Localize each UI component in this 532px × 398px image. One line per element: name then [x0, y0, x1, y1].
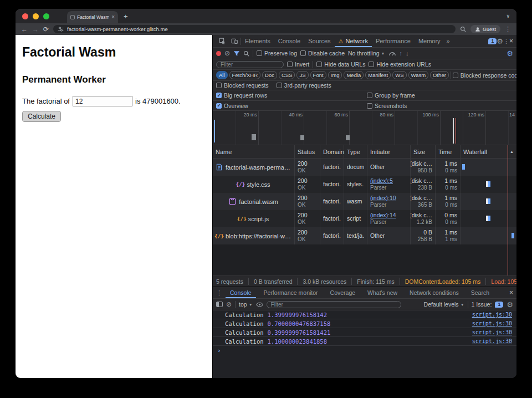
table-row[interactable]: {/}script.js 200OK factori… script (inde…: [213, 210, 516, 227]
drawer-tab-performance-monitor[interactable]: Performance monitor: [259, 287, 323, 298]
back-icon[interactable]: ←: [21, 26, 28, 33]
drawer-tab-network-conditions[interactable]: Network conditions: [405, 287, 463, 298]
search-icon[interactable]: [243, 50, 249, 57]
throttling-select[interactable]: No throttling ▼: [348, 50, 385, 57]
preserve-log-checkbox[interactable]: Preserve log: [257, 50, 297, 57]
tab-memory[interactable]: Memory: [415, 35, 444, 47]
record-icon[interactable]: [216, 51, 221, 56]
drawer-tab-whats-new[interactable]: What's new: [363, 287, 402, 298]
hide-data-urls-checkbox[interactable]: Hide data URLs: [316, 61, 365, 68]
tab-elements[interactable]: Elements: [241, 35, 274, 47]
more-tabs-icon[interactable]: »: [444, 38, 452, 44]
group-by-frame-checkbox[interactable]: Group by frame: [367, 92, 415, 99]
clear-icon[interactable]: ⊘: [224, 50, 230, 57]
source-link[interactable]: script.js:30: [472, 329, 512, 335]
request-initiator-link[interactable]: (index):5: [370, 177, 407, 185]
log-levels-select[interactable]: Default levels ▼: [424, 301, 464, 308]
invert-checkbox[interactable]: Invert: [287, 61, 309, 68]
network-filter-input[interactable]: [216, 61, 284, 68]
type-filter-css[interactable]: CSS: [279, 71, 295, 79]
close-window-button[interactable]: [22, 13, 28, 19]
inspect-element-icon[interactable]: [216, 38, 228, 44]
issues-bubble-icon[interactable]: 1: [495, 302, 503, 308]
hide-extension-urls-checkbox[interactable]: Hide extension URLs: [369, 61, 431, 68]
import-har-icon[interactable]: ↓: [406, 50, 409, 57]
profile-badge[interactable]: Guest: [470, 25, 500, 33]
factorial-input[interactable]: [73, 96, 132, 106]
source-link[interactable]: script.js:30: [472, 320, 512, 326]
tab-close-icon[interactable]: ×: [111, 14, 115, 20]
address-bar[interactable]: factorial-wasm-permanent-worker.glitch.m…: [53, 25, 456, 33]
type-filter-img[interactable]: Img: [328, 71, 342, 79]
col-size[interactable]: Size: [411, 145, 436, 158]
col-name[interactable]: Name: [213, 145, 295, 158]
tab-search-chevron-icon[interactable]: ∨: [506, 13, 510, 19]
console-prompt[interactable]: ›: [213, 346, 516, 355]
screenshots-checkbox[interactable]: Screenshots: [367, 103, 407, 109]
drawer-tab-search[interactable]: Search: [467, 287, 494, 298]
context-select[interactable]: top ▼: [239, 301, 253, 308]
type-filter-doc[interactable]: Doc: [262, 71, 277, 79]
issues-bubble-icon[interactable]: 1: [488, 38, 497, 44]
source-link[interactable]: script.js:30: [472, 338, 512, 344]
blocked-requests-checkbox[interactable]: Blocked requests: [216, 82, 269, 89]
drawer-tab-console[interactable]: Console: [226, 287, 256, 298]
tab-performance[interactable]: Performance: [372, 35, 415, 47]
big-request-rows-checkbox[interactable]: ✓ Big request rows: [216, 92, 367, 99]
browser-menu-icon[interactable]: ⋮: [505, 25, 511, 33]
drawer-close-icon[interactable]: ×: [509, 289, 513, 297]
type-filter-font[interactable]: Font: [310, 71, 326, 79]
clear-console-icon[interactable]: ⊘: [226, 301, 232, 308]
new-tab-button[interactable]: +: [124, 12, 128, 21]
col-domain[interactable]: Domain: [320, 145, 344, 158]
console-message[interactable]: Calculation 1.399999976158142 script.js:…: [213, 310, 516, 319]
tab-console[interactable]: Console: [274, 35, 304, 47]
network-settings-gear-icon[interactable]: ⚙: [507, 50, 513, 57]
drawer-menu-icon[interactable]: ⋮: [216, 289, 222, 297]
third-party-requests-checkbox[interactable]: 3rd-party requests: [277, 82, 331, 89]
console-message[interactable]: Calculation 0.3999999761581421 script.js…: [213, 328, 516, 337]
devtools-menu-icon[interactable]: ⋮: [503, 38, 509, 45]
settings-gear-icon[interactable]: ⚙: [497, 38, 503, 45]
disable-cache-checkbox[interactable]: Disable cache: [300, 50, 345, 57]
type-filter-js[interactable]: JS: [296, 71, 308, 79]
table-row[interactable]: {/}style.css 200OK factori… styles… (ind…: [213, 176, 516, 193]
tune-icon[interactable]: [58, 26, 64, 32]
console-sidebar-icon[interactable]: [216, 302, 223, 307]
table-row[interactable]: factorial.wasm 200OK factori… wasm (inde…: [213, 193, 516, 210]
browser-tab[interactable]: Factorial Wasm (permanent ×: [67, 11, 118, 23]
table-row[interactable]: factorial-wasm-permane… 200OK factori… d…: [213, 159, 516, 176]
filter-funnel-icon[interactable]: [233, 50, 240, 57]
zoom-window-button[interactable]: [43, 13, 49, 19]
type-filter-media[interactable]: Media: [344, 71, 364, 79]
request-initiator-link[interactable]: (index):14: [370, 212, 407, 219]
network-conditions-icon[interactable]: [388, 50, 396, 56]
type-filter-fetchxhr[interactable]: Fetch/XHR: [229, 71, 260, 79]
console-message[interactable]: Calculation 1.100000023841858 script.js:…: [213, 337, 516, 346]
search-tabs-icon[interactable]: [460, 26, 466, 32]
source-link[interactable]: script.js:30: [472, 312, 512, 318]
eye-icon[interactable]: [256, 302, 263, 308]
calculate-button[interactable]: Calculate: [22, 111, 61, 122]
drawer-tab-coverage[interactable]: Coverage: [326, 287, 360, 298]
export-har-icon[interactable]: ↑: [400, 50, 403, 57]
devtools-close-icon[interactable]: ×: [509, 37, 513, 45]
tab-sources[interactable]: Sources: [304, 35, 334, 47]
console-filter-input[interactable]: [267, 301, 401, 308]
type-filter-ws[interactable]: WS: [392, 71, 406, 79]
tab-network[interactable]: ⚠ Network: [335, 35, 372, 47]
request-initiator-link[interactable]: (index):10: [370, 195, 407, 202]
type-filter-manifest[interactable]: Manifest: [365, 71, 391, 79]
col-initiator[interactable]: Initiator: [367, 145, 411, 158]
minimize-window-button[interactable]: [33, 13, 39, 19]
type-filter-other[interactable]: Other: [430, 71, 449, 79]
type-filter-wasm[interactable]: Wasm: [408, 71, 429, 79]
table-row[interactable]: {/}blob:https://factorial-wa… 200OK fact…: [213, 227, 516, 244]
overview-checkbox[interactable]: ✓ Overview: [216, 103, 367, 109]
console-settings-gear-icon[interactable]: ⚙: [507, 301, 513, 308]
network-overview-timeline[interactable]: 20 ms 40 ms 60 ms 80 ms 100 ms 120 ms 14: [213, 111, 516, 145]
col-status[interactable]: Status: [295, 145, 320, 158]
console-message[interactable]: Calculation 0.7000000476837158 script.js…: [213, 319, 516, 328]
forward-icon[interactable]: →: [32, 26, 39, 33]
device-toolbar-icon[interactable]: [228, 38, 241, 44]
